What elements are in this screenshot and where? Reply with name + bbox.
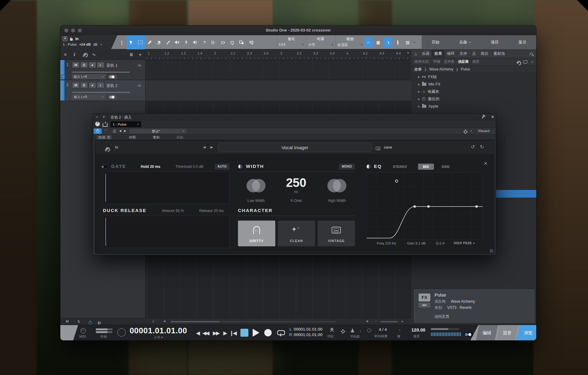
input-select[interactable]: 输入 L+R▼ <box>72 74 106 79</box>
tempo-tap-bar[interactable] <box>431 332 462 336</box>
list-icon[interactable]: ≡ <box>531 60 533 64</box>
menu-start[interactable]: 开始 <box>432 40 439 45</box>
preset-list-icon[interactable] <box>113 129 116 135</box>
breadcrumb-effects[interactable]: 效果 <box>414 67 422 72</box>
browse-view-button[interactable]: 浏览 <box>516 325 536 340</box>
gear-icon[interactable] <box>464 129 467 134</box>
time-display[interactable]: 00001.01.01.00 <box>125 326 192 335</box>
snap-column[interactable]: 吸附 自适应▼ <box>335 35 365 49</box>
chevron-down-icon[interactable]: ▼ <box>331 44 334 46</box>
chevron-down-icon[interactable]: ▼ <box>96 116 98 119</box>
gate-auto-button[interactable]: AUTO <box>215 164 229 170</box>
play-button[interactable] <box>253 329 259 337</box>
paint-tool[interactable] <box>163 35 172 49</box>
timebase-column[interactable]: 时基 小节▼ <box>306 35 335 49</box>
tempo-value[interactable]: 120.00 <box>411 327 425 332</box>
channel-name[interactable]: 1 - Pulse <box>63 43 77 46</box>
low-width-knob[interactable] <box>247 179 266 192</box>
quantize-column[interactable]: 量化 1/16▼ <box>277 35 306 49</box>
bypass-icon[interactable]: ⌒ <box>104 129 107 134</box>
track-lane-2[interactable] <box>145 80 411 101</box>
tree-item-apple[interactable]: ▶Apple <box>411 103 536 110</box>
tree-item-mix-fx[interactable]: ▶Mix FX <box>411 81 536 88</box>
metronome-level-bar[interactable] <box>431 328 459 330</box>
preset-name-pill[interactable]: Vocal Imager <box>218 143 372 152</box>
mute-button[interactable]: M <box>72 62 80 68</box>
scroll-up-icon[interactable]: ▲ <box>407 51 409 54</box>
chevron-down-icon[interactable]: ▼ <box>302 43 304 46</box>
sort-folder[interactable]: 文件夹 <box>444 59 454 64</box>
grid-add-icon[interactable]: ▤ <box>403 37 412 47</box>
add-insert-button[interactable]: + <box>103 114 105 119</box>
performance-meter[interactable] <box>96 328 112 330</box>
nudge-forward-button[interactable]: ▶ <box>223 330 226 336</box>
copy-button[interactable]: 复制 <box>153 135 160 140</box>
tree-item-recent[interactable]: ▶最近的 <box>411 95 536 103</box>
eraser-tool[interactable] <box>154 35 163 49</box>
menu-show[interactable]: 显示 <box>518 40 526 45</box>
timesig-value[interactable]: 4 / 4 <box>379 327 387 332</box>
tab-cloud[interactable]: 云 <box>469 49 478 58</box>
solo-button[interactable]: S <box>80 62 88 68</box>
play-marker-tool-1[interactable] <box>209 35 218 49</box>
duck-graph[interactable] <box>103 216 229 248</box>
play-marker-tool-2[interactable] <box>218 35 228 49</box>
rewind-button[interactable]: ◀◀ <box>202 330 209 336</box>
performance-meter[interactable] <box>96 331 112 333</box>
prev-preset-icon[interactable]: ◀ <box>119 129 121 132</box>
snap-value[interactable]: 自适应 <box>337 43 348 47</box>
film-view-icon[interactable]: ▦ <box>374 37 383 47</box>
pencil-tool[interactable] <box>145 35 154 49</box>
eq-toggle[interactable] <box>366 164 371 169</box>
eq-mode-side[interactable]: SIDE <box>438 164 454 170</box>
breadcrumb-vendor[interactable]: Wave Alchemy <box>429 67 453 71</box>
list-icon[interactable]: ≡ <box>152 320 154 323</box>
knob-icon[interactable] <box>95 122 100 127</box>
compare-button[interactable]: 对照 <box>129 135 136 140</box>
eq-mode-stereo[interactable]: STEREO <box>390 164 410 170</box>
fx-icon[interactable]: fx <box>115 145 119 150</box>
character-vintage-button[interactable]: VINTAGE <box>318 221 355 246</box>
tab-pool[interactable]: 素材池 <box>491 49 507 58</box>
window-titlebar[interactable]: Studio One - 2026-03-02 crossover <box>60 25 536 35</box>
loop-button[interactable] <box>277 328 286 338</box>
listen-tool[interactable] <box>191 35 200 49</box>
preset-select[interactable]: 默认* ▼ <box>130 129 187 134</box>
next-preset-icon[interactable]: ▶ <box>210 145 213 149</box>
sort-vendor[interactable]: 供应商 <box>458 59 469 64</box>
wrench-icon[interactable] <box>104 146 109 151</box>
q-tool[interactable]: Q <box>228 35 237 49</box>
eq-q-readout[interactable]: Q 0.4 <box>431 241 449 245</box>
resize-handle[interactable] <box>490 249 493 253</box>
record-arm-button[interactable]: ● <box>89 82 96 88</box>
eq-graph[interactable] <box>366 172 482 240</box>
save-button[interactable]: save <box>384 145 392 150</box>
gate-hold[interactable]: Hold 20 ms <box>134 165 167 169</box>
return-to-zero-button[interactable]: ❙◀ <box>229 330 236 336</box>
gate-threshold[interactable]: Threshold 0.0 dB <box>169 165 210 169</box>
ibeam-icon[interactable]: ╂ <box>394 37 402 47</box>
zoom-out-icon[interactable]: − <box>375 320 377 323</box>
pan-control[interactable] <box>108 75 117 79</box>
volume-fader[interactable] <box>72 92 130 93</box>
panel-icon[interactable] <box>523 60 527 63</box>
tempo-toggle[interactable] <box>464 332 473 337</box>
range-select-tool[interactable] <box>136 35 145 49</box>
expand-icon[interactable]: ▶ <box>418 76 420 78</box>
width-toggle[interactable] <box>238 164 243 169</box>
gain-value[interactable]: +24 dB <box>79 43 91 46</box>
plugin-titlebar[interactable]: ▼ + 音轨 2 · 插入 ✕ <box>93 114 496 120</box>
global-mute[interactable]: M <box>66 320 69 323</box>
expand-icon[interactable]: ▶ <box>418 90 420 93</box>
horizontal-scrollbar[interactable] <box>171 321 336 322</box>
mix-view-button[interactable]: 混音 <box>496 325 518 340</box>
close-icon[interactable]: ✕ <box>484 161 488 166</box>
monitor-button[interactable]: ◐ <box>97 62 104 68</box>
track-list-icon[interactable]: ≡ <box>64 52 66 57</box>
arrow-tool[interactable] <box>126 35 136 49</box>
loop-end-value[interactable]: 00001.01.01.00 <box>294 332 322 337</box>
track-color-strip[interactable] <box>60 80 65 100</box>
plugin-slot-select[interactable]: 1 - Pulse▼ <box>111 121 141 127</box>
tab-effects[interactable]: 效果 <box>432 50 444 58</box>
chevron-down-icon[interactable]: ▼ <box>360 44 363 46</box>
